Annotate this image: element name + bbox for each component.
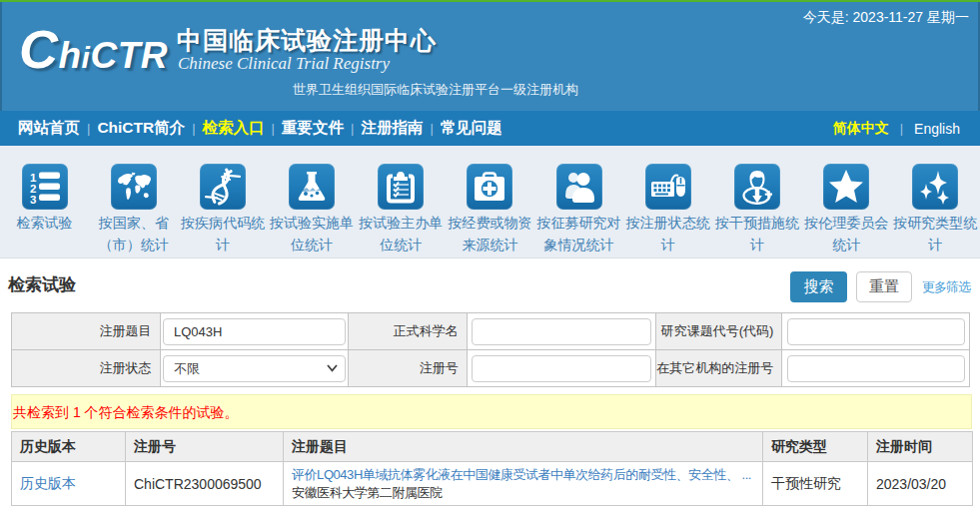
svg-text:3: 3 xyxy=(30,194,36,205)
